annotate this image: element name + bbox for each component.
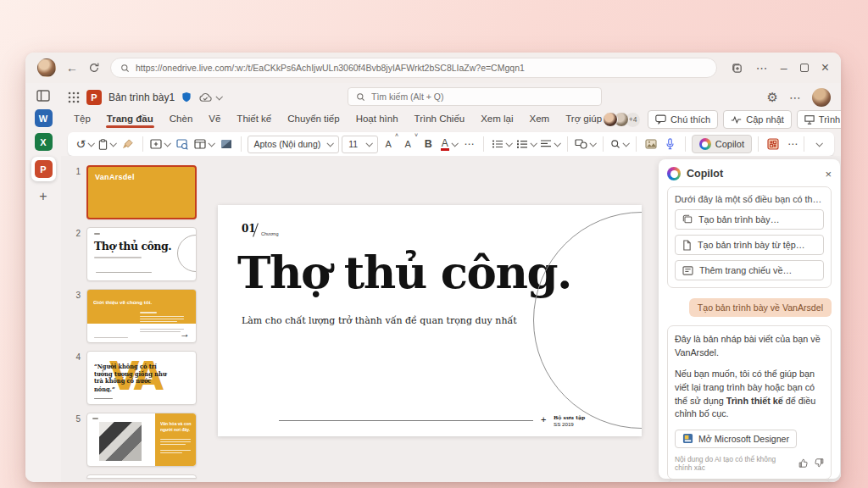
numbering-dropdown-icon[interactable] <box>530 140 537 147</box>
suggestion-create-presentation[interactable]: Tạo bản trình bày… <box>675 209 824 230</box>
thumbs-up-icon[interactable] <box>798 458 808 468</box>
header-more-icon[interactable]: ⋯ <box>789 92 801 103</box>
tab-design[interactable]: Thiết kế <box>236 110 272 129</box>
copilot-title: Copilot <box>687 168 723 180</box>
word-icon[interactable]: W <box>35 109 53 127</box>
shapes-button[interactable] <box>574 135 597 153</box>
collaborator-avatars[interactable]: +4 <box>603 112 640 127</box>
address-bar[interactable]: https://onedrive.live.com/:w:/t/EaCKkPs6… <box>110 58 717 78</box>
open-designer-button[interactable]: Mở Microsoft Designer <box>675 430 797 448</box>
suggestion-label: Tạo bản trình bày từ tệp… <box>698 240 805 250</box>
tab-file[interactable]: Tệp <box>73 110 92 129</box>
user-avatar[interactable] <box>812 88 831 107</box>
back-icon[interactable]: ← <box>66 62 78 74</box>
tab-animations[interactable]: Hoạt hình <box>355 110 399 129</box>
settings-gear-icon[interactable]: ⚙ <box>767 91 778 103</box>
shapes-dropdown-icon[interactable] <box>590 140 597 147</box>
tab-review[interactable]: Xem lại <box>480 110 514 129</box>
font-more-button[interactable]: ⋯ <box>460 135 477 153</box>
tab-draw[interactable]: Vẽ <box>208 110 221 129</box>
plus-mark: + <box>541 414 546 424</box>
paste-button[interactable] <box>97 135 117 153</box>
insert-picture-button[interactable] <box>643 135 659 153</box>
tab-view[interactable]: Xem <box>529 110 551 129</box>
slide-thumbnail-5[interactable]: Văn hóa và con người nơi đây. <box>86 413 197 467</box>
excel-icon[interactable]: X <box>35 133 53 151</box>
copilot-response-card: Đây là bản nháp bài viết của bạn về VanA… <box>667 325 832 480</box>
tab-transitions[interactable]: Chuyển tiếp <box>287 110 340 129</box>
copilot-close-icon[interactable]: × <box>825 168 832 180</box>
minimize-button[interactable]: – <box>781 62 787 74</box>
sidebar-panel-icon[interactable] <box>36 88 51 103</box>
slide-thumbnail-1[interactable]: VanArsdel <box>86 165 197 219</box>
grow-font-button[interactable]: A˄ <box>381 135 398 153</box>
layout-dropdown-icon[interactable] <box>209 140 215 147</box>
chapter-block[interactable]: 01 Chương <box>242 220 256 236</box>
slide-thumbnail-6-partial[interactable] <box>86 474 197 479</box>
designer-button[interactable] <box>765 135 782 153</box>
font-size-select[interactable]: 11 <box>342 136 378 153</box>
bold-button[interactable]: B <box>420 135 437 153</box>
slide-thumbnail-4[interactable]: VA “Người không có trí tưởng tượng giống… <box>86 351 197 405</box>
bullets-dropdown-icon[interactable] <box>505 140 512 147</box>
slide-subtitle[interactable]: Làm cho chất lượng trở thành vấn đề quan… <box>242 315 517 326</box>
layout-button[interactable] <box>193 135 215 153</box>
current-slide[interactable]: 01 Chương Thợ thủ công. Làm cho chất lượ… <box>218 205 642 436</box>
toolbar-more-button[interactable]: ⋯ <box>784 135 801 153</box>
copilot-button[interactable]: Copilot <box>692 135 752 153</box>
comments-button[interactable]: Chú thích <box>648 110 718 129</box>
maximize-button[interactable] <box>800 64 809 72</box>
font-name-select[interactable]: Aptos (Nội dung) <box>248 136 340 153</box>
open-designer-label: Mở Microsoft Designer <box>698 434 789 444</box>
waffle-menu-icon[interactable] <box>68 92 80 103</box>
find-dropdown-icon[interactable] <box>623 140 630 147</box>
circle-shape[interactable] <box>533 212 642 429</box>
thumbs-down-icon[interactable] <box>815 458 824 468</box>
tab-insert[interactable]: Chèn <box>169 110 194 129</box>
suggestion-create-from-file[interactable]: Tạo bản trình bày từ tệp… <box>675 235 824 255</box>
slide-thumbnail-2[interactable]: Thợ thủ công. <box>86 227 197 281</box>
add-app-button[interactable]: + <box>39 189 47 204</box>
format-painter-button[interactable] <box>120 135 136 153</box>
powerpoint-logo[interactable]: P <box>86 90 102 105</box>
search-box[interactable] <box>348 87 602 106</box>
new-slide-button[interactable] <box>149 135 171 153</box>
save-status-icon[interactable] <box>198 92 221 103</box>
align-button[interactable] <box>539 135 561 153</box>
numbering-button[interactable] <box>515 135 537 153</box>
new-slide-dropdown-icon[interactable] <box>164 140 171 147</box>
undo-button[interactable]: ↺ <box>75 135 95 153</box>
slide-title[interactable]: Thợ thủ công. <box>237 246 571 298</box>
copilot-prompt-box[interactable]: 0/2000 <box>667 480 832 482</box>
browser-more-icon[interactable]: ⋯ <box>756 62 768 74</box>
dictate-button[interactable] <box>662 135 679 153</box>
tab-home[interactable]: Trang đầu <box>106 110 154 129</box>
close-button[interactable]: × <box>821 61 829 75</box>
search-input[interactable] <box>371 92 593 102</box>
contrast-icon <box>220 139 232 149</box>
document-title[interactable]: Bản trình bày1 <box>108 92 175 103</box>
present-button[interactable]: Trình bày <box>797 110 841 129</box>
collections-icon[interactable] <box>731 62 743 75</box>
undo-dropdown-icon[interactable] <box>88 140 95 147</box>
bullets-button[interactable] <box>490 135 512 153</box>
tab-help[interactable]: Trợ giúp <box>565 110 603 129</box>
align-dropdown-icon[interactable] <box>554 140 561 147</box>
slide-thumbnail-3[interactable]: Giới thiệu về chúng tôi. → <box>86 289 197 343</box>
browser-profile-avatar[interactable] <box>37 58 56 77</box>
collapse-ribbon-button[interactable] <box>810 135 827 153</box>
font-color-dropdown-icon[interactable] <box>451 140 458 147</box>
browser-controls: ⋯ – × <box>727 61 829 75</box>
tab-slideshow[interactable]: Trình Chiếu <box>414 110 466 129</box>
catch-up-button[interactable]: Cập nhật <box>723 110 792 129</box>
refresh-icon[interactable] <box>88 62 100 74</box>
find-button[interactable] <box>609 135 630 153</box>
shrink-font-button[interactable]: A˅ <box>400 135 417 153</box>
reuse-slides-button[interactable] <box>174 135 191 153</box>
paste-dropdown-icon[interactable] <box>110 140 117 147</box>
designer-contrast-button[interactable] <box>218 135 235 153</box>
suggestion-add-slide[interactable]: Thêm trang chiếu về… <box>675 260 824 280</box>
ribbon-actions: +4 Chú thích Cập nhật <box>603 110 841 129</box>
font-color-button[interactable]: A <box>439 135 458 153</box>
powerpoint-rail-item[interactable]: P <box>31 157 56 181</box>
